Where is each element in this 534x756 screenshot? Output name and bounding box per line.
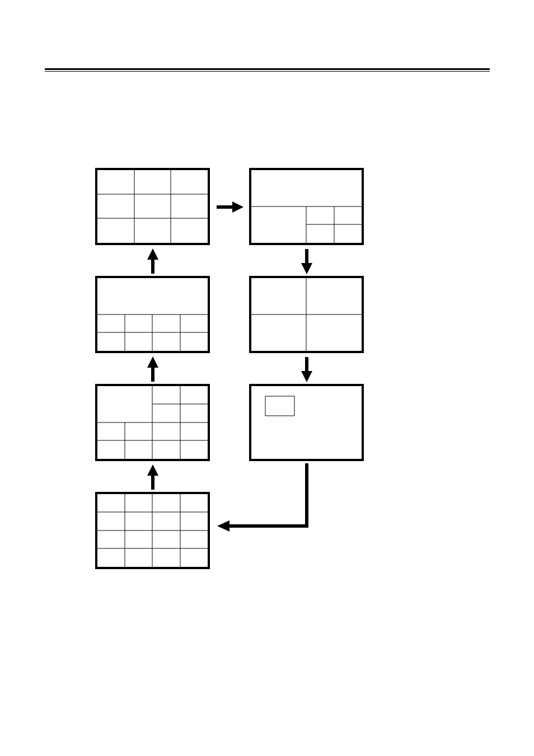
header-double-rule (45, 68, 490, 72)
grid-4x4 (97, 494, 208, 567)
diagram-box-top-right (249, 168, 364, 245)
svg-marker-31 (301, 263, 312, 274)
grid-half-bottom-subdivided (97, 278, 208, 351)
arrow-up-icon (144, 248, 161, 274)
diagram-box-bottom (95, 492, 210, 569)
diagram-box-mid-right-2 (249, 384, 364, 461)
arrow-right-icon (217, 199, 243, 215)
svg-marker-40 (147, 248, 158, 260)
flow-diagram (95, 168, 442, 576)
arrow-up-icon (144, 356, 161, 382)
inner-small-rect (251, 386, 362, 459)
svg-marker-33 (301, 371, 312, 382)
arrow-up-icon (144, 464, 161, 490)
svg-rect-21 (265, 396, 294, 416)
grid-2row-subdivided (251, 170, 362, 243)
svg-marker-38 (147, 356, 158, 368)
diagram-box-mid-left-2 (95, 384, 210, 461)
arrow-down-icon (298, 357, 315, 382)
arrow-elbow-icon (217, 463, 318, 536)
diagram-box-mid-right-1 (249, 276, 364, 353)
diagram-box-top-left (95, 168, 210, 245)
svg-marker-36 (147, 464, 158, 476)
svg-marker-29 (232, 201, 243, 213)
grid-3x3 (97, 170, 208, 243)
grid-2x2 (251, 278, 362, 351)
diagram-box-mid-left-1 (95, 276, 210, 353)
svg-marker-34 (217, 520, 229, 532)
arrow-down-icon (298, 249, 315, 274)
grid-complex (97, 386, 208, 459)
